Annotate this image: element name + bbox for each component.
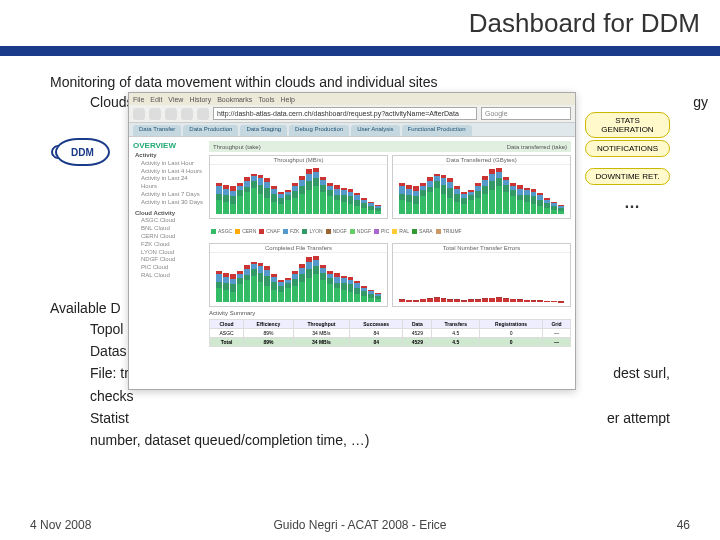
sidebar-item[interactable]: CERN Cloud [133,233,205,241]
chart-bar [524,300,530,302]
search-input[interactable]: Google [481,107,571,120]
chart-bar [258,263,264,302]
table-cell: ASGC [210,329,244,338]
tab-data-production[interactable]: Data Production [183,125,238,136]
sidebar-item[interactable]: Activity in Last 4 Hours [133,168,205,176]
legend-item: NDGF [326,228,347,234]
chart-bar [285,278,291,302]
sidebar-group[interactable]: Activity [133,152,205,160]
table-cell: 4529 [403,329,432,338]
sidebar-item[interactable]: Activity in Last 30 Days [133,199,205,207]
chart-bar [341,188,347,214]
reload-icon[interactable] [165,108,177,120]
chart-bar [496,297,502,302]
summary-label: Activity Summary [209,310,571,316]
chart-bar [237,271,243,302]
footer-center: Guido Negri - ACAT 2008 - Erice [274,518,447,532]
legend-item: SARA [412,228,433,234]
chart-bar [537,300,543,302]
chart-bar [531,300,537,302]
legend-item: CERN [235,228,256,234]
menu-history[interactable]: History [189,96,211,103]
chart-transfer-errors: Total Number Transfer Errors [392,243,571,307]
sidebar-item[interactable]: RAL Cloud [133,272,205,280]
chart-bar [216,271,222,302]
chart-bar [271,274,277,302]
chart-bar [285,190,291,214]
sidebar-group[interactable]: Cloud Activity [133,210,205,218]
tab-user-analysis[interactable]: User Analysis [351,125,399,136]
sidebar-item[interactable]: LYON Cloud [133,249,205,257]
browser-toolbar: http://dashb-atlas-data.cern.ch/dashboar… [129,105,575,123]
chart-bar [489,169,495,214]
table-header: Grid [543,320,571,329]
chart-bar [454,299,460,302]
menu-bookmarks[interactable]: Bookmarks [217,96,252,103]
chart-bar [399,299,405,302]
footer-date: 4 Nov 2008 [30,518,91,532]
chart-legend: ASGCCERNCNAFFZKLYONNDGFNDGFPICRALSARATRI… [209,222,571,240]
chart-bar [258,175,264,214]
chart-bar [441,175,447,214]
pill-notifications: NOTIFICATIONS [585,140,670,157]
sidebar-item[interactable]: PIC Cloud [133,264,205,272]
chart-bar [299,176,305,214]
chart-completed-files: Completed File Transfers [209,243,388,307]
title-bar: Dashboard for DDM [0,0,720,56]
stop-icon[interactable] [181,108,193,120]
sidebar-item[interactable]: Activity in Last Hour [133,160,205,168]
menu-file[interactable]: File [133,96,144,103]
legend-item: FZK [283,228,299,234]
chart-bar [406,185,412,214]
chart-bar [531,189,537,214]
chart-bar [230,186,236,214]
dashboard-tabs: Data TransferData ProductionData Staging… [129,123,575,137]
url-input[interactable]: http://dashb-atlas-data.cern.ch/dashboar… [213,107,477,120]
chart-bar [427,177,433,214]
chart-bar [327,183,333,214]
forward-icon[interactable] [149,108,161,120]
chart-bar [320,177,326,214]
menu-help[interactable]: Help [281,96,295,103]
back-icon[interactable] [133,108,145,120]
chart-bar [292,183,298,214]
chart-bar [510,183,516,214]
chart-bar [551,202,557,214]
chart-data-transferred: Data Transferred (GBytes) [392,155,571,219]
chart-bar [306,169,312,214]
chart-bar [354,193,360,214]
tab-data-staging[interactable]: Data Staging [240,125,287,136]
chart-bar [334,273,340,302]
footer: 4 Nov 2008 Guido Negri - ACAT 2008 - Eri… [0,518,720,532]
sidebar-item[interactable]: Activity in Last 24 Hours [133,175,205,191]
tab-debug-production[interactable]: Debug Production [289,125,349,136]
slide-title: Dashboard for DDM [469,8,700,39]
chart-bar [327,271,333,302]
tab-data-transfer[interactable]: Data Transfer [133,125,181,136]
chart-bar [375,205,381,214]
sidebar-item[interactable]: FZK Cloud [133,241,205,249]
chart-bar [544,301,550,302]
tab-functional-production[interactable]: Functional Production [402,125,472,136]
table-total-cell: 4.5 [432,338,480,347]
chart-bar [413,186,419,214]
chart-bar [496,168,502,214]
legend-item: ASGC [211,228,232,234]
menu-view[interactable]: View [168,96,183,103]
sidebar-item[interactable]: BNL Cloud [133,225,205,233]
menu-edit[interactable]: Edit [150,96,162,103]
dash-header-left: Throughput (take) [213,144,261,150]
table-cell: 84 [350,329,403,338]
chart-bar [558,301,564,302]
table-total-cell: 0 [480,338,543,347]
browser-window: FileEditViewHistoryBookmarksToolsHelp ht… [128,92,576,390]
sidebar-item[interactable]: NDGF Cloud [133,256,205,264]
table-cell: 34 MB/s [293,329,350,338]
home-icon[interactable] [197,108,209,120]
lower-sub: Statister attempt [90,409,670,427]
legend-item: PIC [374,228,389,234]
chart-bar [299,264,305,302]
sidebar-item[interactable]: Activity in Last 7 Days [133,191,205,199]
sidebar-item[interactable]: ASGC Cloud [133,217,205,225]
menu-tools[interactable]: Tools [258,96,274,103]
